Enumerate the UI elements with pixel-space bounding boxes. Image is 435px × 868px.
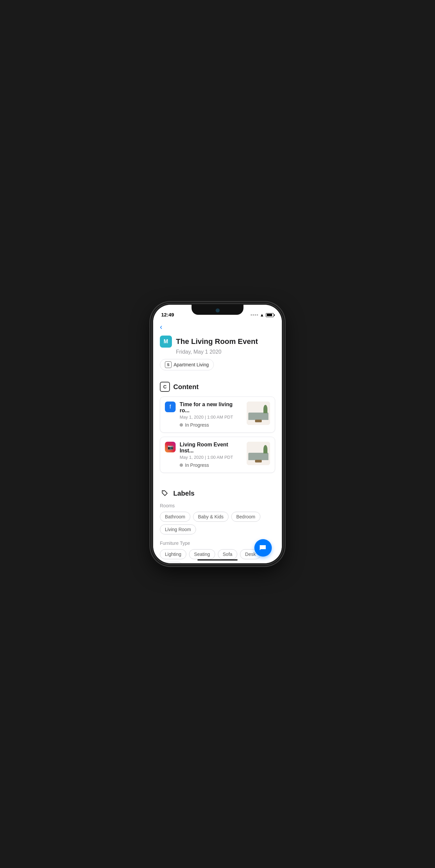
rooms-tags-2: Living Room <box>160 524 275 534</box>
main-scroll[interactable]: ‹ M The Living Room Event Friday, May 1 … <box>153 319 282 563</box>
status-dot-1 <box>180 423 183 427</box>
tag-label: Apartment Living <box>174 362 209 367</box>
back-button[interactable]: ‹ <box>153 319 282 333</box>
s-icon: S <box>165 361 172 368</box>
tag-baby-kids[interactable]: Baby & Kids <box>193 512 229 522</box>
event-date: Friday, May 1 2020 <box>176 349 275 355</box>
tag-living-room[interactable]: Living Room <box>160 524 196 534</box>
apartment-tag[interactable]: S Apartment Living <box>160 359 214 370</box>
tag-bedroom[interactable]: Bedroom <box>231 512 260 522</box>
front-camera <box>215 308 220 312</box>
tag-bathroom[interactable]: Bathroom <box>160 512 190 522</box>
tag-sofa[interactable]: Sofa <box>218 549 238 559</box>
event-header: M The Living Room Event Friday, May 1 20… <box>153 333 282 376</box>
facebook-content-card[interactable]: f Time for a new living ro... May 1, 202… <box>160 397 275 433</box>
instagram-content-card[interactable]: 📷 Living Room Event Inst... May 1, 2020 … <box>160 437 275 473</box>
tag-seating[interactable]: Seating <box>189 549 215 559</box>
labels-section-title: Labels <box>173 490 194 497</box>
card-date-2: May 1, 2020 | 1:00 AM PDT <box>180 455 243 460</box>
app-icon: M <box>160 336 172 348</box>
furniture-tags-2: Tables <box>160 562 275 563</box>
card-status-2: In Progress <box>180 462 243 468</box>
tag-lighting[interactable]: Lighting <box>160 549 186 559</box>
card-date-1: May 1, 2020 | 1:00 AM PDT <box>180 414 243 420</box>
card-image-1 <box>246 402 270 425</box>
labels-section-header: Labels <box>160 488 275 498</box>
card-title-1: Time for a new living ro... <box>180 402 243 413</box>
wifi-icon: ▲ <box>260 312 264 317</box>
rooms-sublabel: Rooms <box>160 503 275 508</box>
chat-icon <box>259 544 267 552</box>
card-title-2: Living Room Event Inst... <box>180 442 243 454</box>
home-indicator <box>197 559 238 561</box>
labels-section-icon <box>160 488 170 498</box>
content-section-header: C Content <box>160 382 275 392</box>
event-title: The Living Room Event <box>176 337 258 346</box>
chat-fab[interactable] <box>254 539 272 557</box>
battery-icon <box>266 313 274 317</box>
content-section-icon: C <box>160 382 170 392</box>
content-section: C Content f Time for a new living ro... … <box>153 376 282 482</box>
status-icons: ▲ <box>251 312 274 317</box>
instagram-icon: 📷 <box>165 442 176 453</box>
content-section-title: Content <box>173 383 199 391</box>
status-dot-2 <box>180 463 183 467</box>
status-time: 12:49 <box>161 312 174 317</box>
card-image-2 <box>246 442 270 465</box>
signal-icon <box>251 314 258 315</box>
svg-point-0 <box>163 492 164 492</box>
facebook-icon: f <box>165 402 176 412</box>
card-status-1: In Progress <box>180 422 243 428</box>
tag-tables[interactable]: Tables <box>160 562 183 563</box>
rooms-tags: Bathroom Baby & Kids Bedroom <box>160 512 275 522</box>
